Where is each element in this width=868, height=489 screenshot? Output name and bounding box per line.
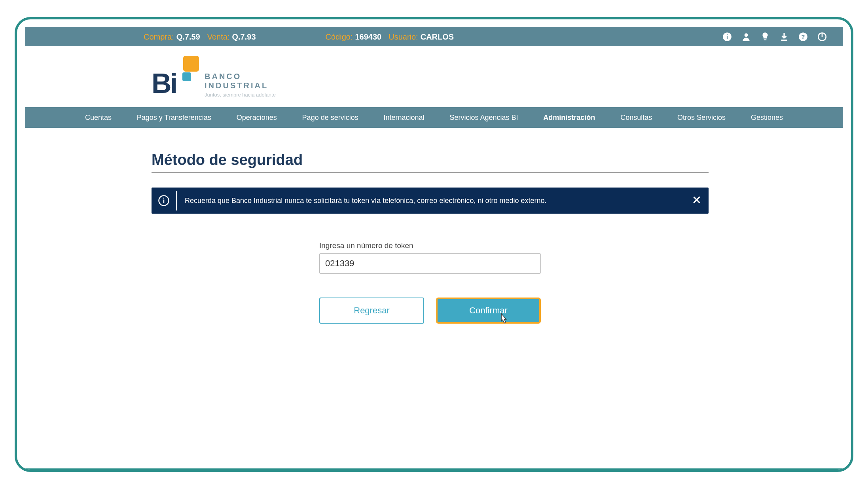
confirm-button-label: Confirmar (469, 305, 508, 316)
nav-internacional[interactable]: Internacional (380, 111, 428, 124)
logo-square-orange-icon (183, 56, 199, 72)
logo[interactable]: Bi BANCO INDUSTRIAL Juntos, siempre haci… (152, 56, 843, 99)
token-form: Ingresa un número de token Regresar Conf… (152, 241, 709, 324)
svg-point-3 (745, 33, 748, 37)
alert-close-button[interactable] (685, 195, 709, 207)
download-icon[interactable] (779, 32, 789, 42)
usuario-value: CARLOS (421, 32, 454, 42)
nav-operaciones[interactable]: Operaciones (233, 111, 281, 124)
codigo-value: 169430 (355, 32, 381, 42)
main-content: Método de seguridad Recuerda que Banco I… (25, 128, 843, 324)
venta-label: Venta: (207, 32, 230, 42)
svg-point-10 (163, 198, 165, 199)
nav-administracion[interactable]: Administración (539, 111, 599, 124)
usuario-label: Usuario: (389, 32, 418, 42)
codigo-pair: Código: 169430 (326, 32, 382, 42)
venta-pair: Venta: Q.7.93 (207, 32, 256, 42)
app-screen: Compra: Q.7.59 Venta: Q.7.93 Código: 169… (25, 27, 843, 462)
logo-text: BANCO INDUSTRIAL Juntos, siempre hacia a… (205, 72, 276, 98)
button-row: Regresar Confirmar (319, 298, 541, 324)
logo-square-teal-icon (182, 72, 191, 81)
logo-tagline: Juntos, siempre hacia adelante (205, 92, 276, 98)
top-bar-left: Compra: Q.7.59 Venta: Q.7.93 Código: 169… (144, 32, 454, 42)
codigo-label: Código: (326, 32, 353, 42)
logo-mark: Bi (152, 56, 199, 99)
token-label: Ingresa un número de token (319, 241, 541, 250)
main-nav: Cuentas Pagos y Transferencias Operacion… (25, 107, 843, 128)
help-icon[interactable]: ? (798, 32, 808, 42)
nav-consultas[interactable]: Consultas (616, 111, 656, 124)
page-title: Método de seguridad (152, 152, 709, 173)
back-button[interactable]: Regresar (319, 298, 424, 324)
nav-pago-servicios[interactable]: Pago de servicios (298, 111, 362, 124)
close-icon (692, 199, 702, 206)
alert-text: Recuerda que Banco Industrial nunca te s… (177, 197, 685, 205)
nav-pagos-transferencias[interactable]: Pagos y Transferencias (133, 111, 215, 124)
nav-servicios-agencias[interactable]: Servicios Agencias BI (445, 111, 522, 124)
top-bar: Compra: Q.7.59 Venta: Q.7.93 Código: 169… (25, 27, 843, 46)
svg-text:?: ? (801, 33, 805, 40)
laptop-base (15, 468, 853, 472)
bulb-icon[interactable] (760, 32, 770, 42)
compra-value: Q.7.59 (176, 32, 200, 42)
logo-band: Bi BANCO INDUSTRIAL Juntos, siempre haci… (25, 46, 843, 107)
confirm-button[interactable]: Confirmar (436, 298, 541, 324)
logo-line1: BANCO (205, 72, 276, 81)
token-input[interactable] (319, 253, 541, 274)
nav-gestiones[interactable]: Gestiones (747, 111, 787, 124)
security-alert: Recuerda que Banco Industrial nunca te s… (152, 188, 709, 214)
alert-info-icon (152, 191, 177, 210)
compra-pair: Compra: Q.7.59 (144, 32, 200, 42)
logo-bi-text: Bi (152, 68, 176, 99)
venta-value: Q.7.93 (232, 32, 256, 42)
info-icon[interactable] (722, 32, 732, 42)
svg-rect-2 (727, 34, 728, 35)
user-icon[interactable] (741, 32, 751, 42)
back-button-label: Regresar (354, 305, 389, 316)
power-icon[interactable] (817, 32, 827, 42)
usuario-pair: Usuario: CARLOS (389, 32, 454, 42)
svg-rect-1 (727, 36, 728, 39)
confirm-button-wrap: Confirmar (436, 298, 541, 324)
token-field-block: Ingresa un número de token (319, 241, 541, 274)
laptop-frame: Compra: Q.7.59 Venta: Q.7.93 Código: 169… (15, 17, 853, 472)
nav-otros-servicios[interactable]: Otros Servicios (673, 111, 730, 124)
logo-line2: INDUSTRIAL (205, 81, 276, 90)
top-bar-icons: ? (722, 32, 827, 42)
compra-label: Compra: (144, 32, 174, 42)
nav-cuentas[interactable]: Cuentas (81, 111, 116, 124)
